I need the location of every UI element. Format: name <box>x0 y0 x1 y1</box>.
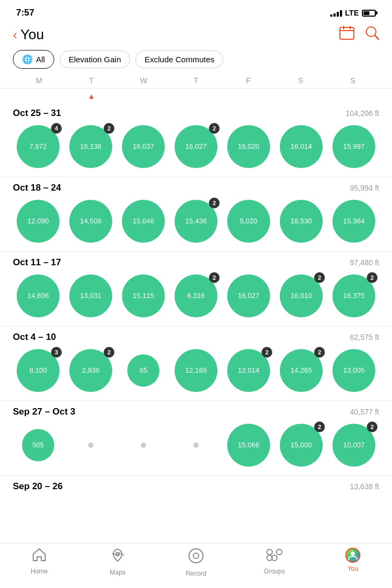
status-time: 7:57 <box>16 8 34 18</box>
circle-value: 16,138 <box>80 142 101 151</box>
circle-badge: 2 <box>209 123 220 134</box>
circle-value: 16,027 <box>238 292 259 300</box>
circle-value: 15,436 <box>185 217 207 226</box>
circle-value: 15,066 <box>238 441 259 449</box>
circle[interactable]: 13,031 <box>69 274 112 317</box>
circle-value: 10,007 <box>343 441 365 449</box>
circle-cell: 16,014 <box>276 125 326 168</box>
day-sun: S <box>327 76 379 85</box>
search-icon[interactable] <box>365 26 379 43</box>
circle-value: 2,936 <box>82 366 100 375</box>
groups-icon <box>265 548 284 565</box>
circle[interactable]: 12,169 <box>175 349 217 392</box>
week-oct25: Oct 25 – 31 104,206 ft 7,972 4 16,138 2 … <box>0 103 392 177</box>
week-sep20-range: Sep 20 – 26 <box>13 481 63 492</box>
circle-badge: 2 <box>367 422 378 432</box>
filter-commutes-label: Exclude Commutes <box>144 55 214 64</box>
circle[interactable]: 8,1003 <box>17 349 60 392</box>
circle[interactable]: 2,9362 <box>69 349 112 392</box>
circle[interactable]: 13,005 <box>332 349 375 392</box>
week-sep20-total: 13,638 ft <box>350 482 380 491</box>
week-oct11-circles: 14,606 13,031 15,115 6,3162 16,027 16,01… <box>13 274 379 317</box>
circle[interactable]: 15,364 <box>332 200 375 243</box>
circle[interactable]: 15,997 <box>332 125 375 168</box>
home-icon <box>32 548 47 565</box>
lte-label: LTE <box>345 9 359 17</box>
circle[interactable]: 85 <box>127 354 159 387</box>
week-sep20: Sep 20 – 26 13,638 ft <box>0 476 392 507</box>
circle[interactable]: 15,0002 <box>280 424 323 467</box>
back-button[interactable]: ‹ You <box>13 26 44 43</box>
back-chevron-icon: ‹ <box>13 28 17 41</box>
week-oct11: Oct 11 – 17 97,480 ft 14,606 13,031 15,1… <box>0 252 392 326</box>
triangle-marker: ▲ <box>65 92 117 100</box>
circle-value: 5,020 <box>240 217 258 226</box>
circle[interactable]: 6,3162 <box>175 274 217 317</box>
week-oct11-range: Oct 11 – 17 <box>13 257 61 268</box>
circle[interactable]: 16,037 <box>122 125 165 168</box>
tab-home[interactable]: Home <box>18 548 61 577</box>
circle[interactable]: 7,972 4 <box>17 125 60 168</box>
tab-record[interactable]: Record <box>175 548 217 577</box>
battery <box>362 10 376 17</box>
week-oct18-circles: 12,090 14,508 15,046 15,4362 5,020 18,53… <box>13 200 379 243</box>
circle[interactable]: 15,046 <box>122 200 165 243</box>
circle[interactable]: 5,020 <box>227 200 270 243</box>
maps-icon <box>110 548 125 567</box>
circle[interactable]: 16,027 2 <box>175 125 217 168</box>
week-oct25-range: Oct 25 – 31 <box>13 108 61 119</box>
circle[interactable]: 16,020 <box>227 125 270 168</box>
circle-badge: 2 <box>209 198 220 208</box>
globe-icon: 🌐 <box>22 54 33 64</box>
circle-value: 14,606 <box>27 292 49 300</box>
circle[interactable]: 16,138 2 <box>69 125 112 168</box>
circle[interactable]: 16,0102 <box>280 274 323 317</box>
filter-elevation[interactable]: Elevation Gain <box>60 50 130 68</box>
circle[interactable]: 12,0142 <box>227 349 270 392</box>
circle-value: 13,005 <box>343 366 365 375</box>
circle-cell: 7,972 4 <box>13 125 63 168</box>
week-oct18-total: 95,994 ft <box>350 184 380 192</box>
week-oct4-total: 62,575 ft <box>350 333 380 342</box>
circle[interactable]: 15,115 <box>122 274 165 317</box>
circle[interactable]: 505 <box>22 429 54 461</box>
circle-cell: 15,997 <box>329 125 379 168</box>
tab-groups[interactable]: Groups <box>253 548 296 577</box>
week-oct4: Oct 4 – 10 62,575 ft 8,1003 2,9362 85 12… <box>0 326 392 401</box>
circle-badge: 2 <box>314 272 325 283</box>
circle[interactable]: 16,027 <box>227 274 270 317</box>
record-icon <box>188 548 204 568</box>
filter-commutes[interactable]: Exclude Commutes <box>135 50 223 68</box>
tab-bar: Home Maps Record <box>0 543 392 588</box>
circle[interactable]: 18,530 <box>280 200 323 243</box>
header: ‹ You <box>0 24 392 50</box>
circle-value: 16,375 <box>343 292 365 300</box>
circle[interactable]: 14,2652 <box>280 349 323 392</box>
filter-all[interactable]: 🌐 All <box>13 50 54 69</box>
circle[interactable]: 12,090 <box>17 200 60 243</box>
circle-value: 16,020 <box>238 142 259 151</box>
circle-badge: 2 <box>104 347 114 358</box>
circle[interactable]: 15,4362 <box>175 200 217 243</box>
tab-home-label: Home <box>31 568 48 575</box>
week-oct18: Oct 18 – 24 95,994 ft 12,090 14,508 15,0… <box>0 177 392 252</box>
status-bar: 7:57 LTE <box>0 0 392 24</box>
svg-rect-0 <box>340 27 354 39</box>
circle[interactable]: 14,508 <box>69 200 112 243</box>
circle[interactable]: 15,066 <box>227 424 270 467</box>
tab-record-label: Record <box>186 570 207 577</box>
circle-badge: 2 <box>262 347 272 358</box>
tab-maps[interactable]: Maps <box>96 548 139 577</box>
filter-row: 🌐 All Elevation Gain Exclude Commutes <box>0 50 392 76</box>
circle[interactable]: 16,014 <box>280 125 323 168</box>
circle[interactable]: 16,3752 <box>332 274 375 317</box>
circle-value: 8,100 <box>30 366 47 375</box>
circle-value: 7,972 <box>30 142 47 151</box>
circle[interactable]: 14,606 <box>17 274 60 317</box>
filter-elevation-label: Elevation Gain <box>69 55 121 64</box>
day-thu: T <box>170 76 222 85</box>
circle[interactable]: 10,0072 <box>332 424 375 467</box>
calendar-icon[interactable] <box>339 26 354 43</box>
circle-value: 14,508 <box>80 217 101 226</box>
tab-you[interactable]: You <box>331 548 374 577</box>
